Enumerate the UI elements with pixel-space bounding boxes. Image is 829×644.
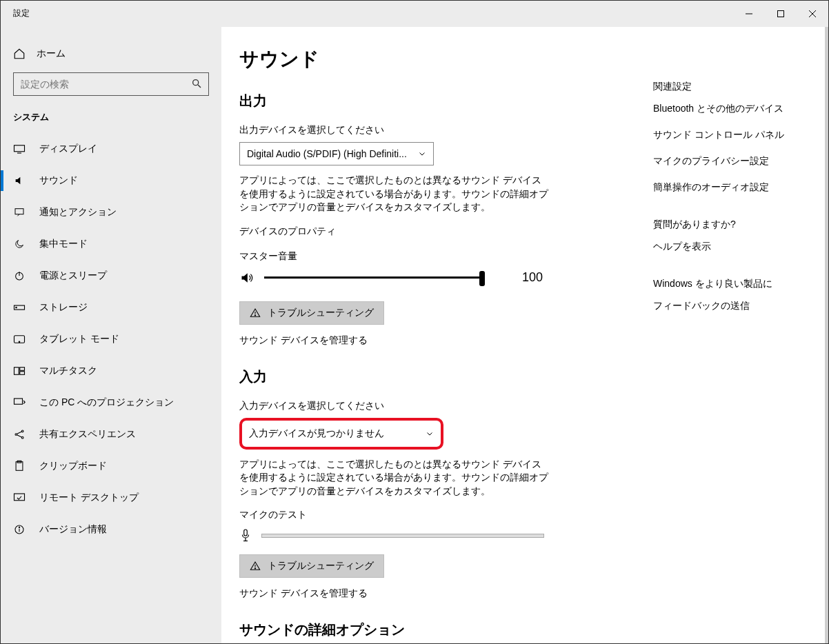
sidebar-item-tablet[interactable]: タブレット モード bbox=[1, 323, 221, 355]
output-device-properties-link[interactable]: デバイスのプロパティ bbox=[239, 225, 626, 238]
input-device-dropdown[interactable]: 入力デバイスが見つかりません bbox=[239, 418, 443, 450]
chevron-down-icon bbox=[418, 150, 426, 158]
titlebar: 設定 bbox=[1, 1, 828, 27]
sidebar-item-notifications[interactable]: 通知とアクション bbox=[1, 197, 221, 228]
question-heading: 質問がありますか? bbox=[653, 219, 810, 231]
help-link[interactable]: ヘルプを表示 bbox=[653, 241, 810, 253]
svg-rect-6 bbox=[14, 145, 25, 152]
output-troubleshoot-button[interactable]: トラブルシューティング bbox=[239, 301, 384, 325]
svg-point-29 bbox=[19, 527, 19, 527]
output-choose-label: 出力デバイスを選択してください bbox=[239, 124, 626, 137]
sidebar-item-sound[interactable]: サウンド bbox=[1, 165, 221, 197]
advanced-heading: サウンドの詳細オプション bbox=[239, 621, 626, 639]
sidebar-item-display[interactable]: ディスプレイ bbox=[1, 133, 221, 165]
power-icon bbox=[13, 270, 26, 282]
moon-icon bbox=[13, 238, 26, 250]
sidebar-item-shared[interactable]: 共有エクスペリエンス bbox=[1, 419, 221, 450]
related-link-bluetooth[interactable]: Bluetooth とその他のデバイス bbox=[653, 103, 810, 115]
svg-line-23 bbox=[17, 435, 22, 437]
microphone-icon bbox=[239, 528, 252, 543]
sidebar-item-label: ディスプレイ bbox=[39, 143, 97, 155]
volume-slider[interactable] bbox=[264, 270, 485, 286]
sound-icon bbox=[13, 174, 26, 187]
related-settings-heading: 関連設定 bbox=[653, 81, 810, 93]
volume-slider-row: 100 bbox=[239, 270, 626, 286]
mic-level-bar bbox=[261, 534, 544, 538]
sidebar-home-label: ホーム bbox=[37, 48, 66, 60]
sidebar-item-about[interactable]: バージョン情報 bbox=[1, 514, 221, 545]
search-input[interactable] bbox=[13, 72, 209, 96]
sidebar-item-storage[interactable]: ストレージ bbox=[1, 292, 221, 323]
sidebar-item-label: この PC へのプロジェクション bbox=[39, 396, 174, 409]
clipboard-icon bbox=[13, 460, 26, 472]
multitask-icon bbox=[13, 365, 26, 377]
sidebar-item-label: ストレージ bbox=[39, 301, 88, 314]
search-wrap bbox=[13, 72, 209, 96]
related-link-mic-privacy[interactable]: マイクのプライバシー設定 bbox=[653, 155, 810, 168]
remote-icon bbox=[13, 492, 26, 504]
sidebar-item-label: 集中モード bbox=[39, 238, 88, 250]
sidebar-item-multitask[interactable]: マルチタスク bbox=[1, 355, 221, 387]
output-device-dropdown[interactable]: Digital Audio (S/PDIF) (High Definiti... bbox=[239, 142, 434, 165]
sidebar-item-power[interactable]: 電源とスリープ bbox=[1, 260, 221, 292]
output-troubleshoot-label: トラブルシューティング bbox=[268, 307, 374, 319]
page-title: サウンド bbox=[239, 46, 626, 72]
window-title: 設定 bbox=[13, 8, 30, 19]
minimize-button[interactable] bbox=[733, 3, 765, 24]
sidebar-item-label: サウンド bbox=[39, 174, 78, 187]
sidebar-item-projection[interactable]: この PC へのプロジェクション bbox=[1, 387, 221, 419]
sidebar-item-focus[interactable]: 集中モード bbox=[1, 228, 221, 260]
output-heading: 出力 bbox=[239, 92, 626, 110]
svg-point-36 bbox=[254, 568, 255, 569]
related-link-ease-audio[interactable]: 簡単操作のオーディオ設定 bbox=[653, 181, 810, 194]
svg-point-4 bbox=[193, 80, 199, 85]
sidebar-item-label: タブレット モード bbox=[39, 333, 119, 345]
svg-rect-32 bbox=[244, 530, 248, 536]
svg-rect-1 bbox=[778, 10, 784, 17]
sidebar-category: システム bbox=[1, 108, 221, 133]
projection-icon bbox=[13, 396, 26, 409]
svg-rect-16 bbox=[20, 368, 25, 371]
related-link-sound-panel[interactable]: サウンド コントロール パネル bbox=[653, 129, 810, 141]
master-volume-label: マスター音量 bbox=[239, 250, 626, 263]
sidebar-item-label: リモート デスクトップ bbox=[39, 492, 139, 504]
maximize-button[interactable] bbox=[765, 3, 797, 24]
feedback-link[interactable]: フィードバックの送信 bbox=[653, 300, 810, 312]
input-manage-link[interactable]: サウンド デバイスを管理する bbox=[239, 587, 626, 600]
sidebar-home[interactable]: ホーム bbox=[1, 41, 221, 67]
svg-point-21 bbox=[21, 436, 23, 439]
sidebar-item-label: マルチタスク bbox=[39, 365, 97, 377]
sidebar-item-label: 共有エクスペリエンス bbox=[39, 428, 136, 441]
close-button[interactable] bbox=[797, 3, 828, 24]
svg-line-22 bbox=[17, 432, 22, 434]
input-troubleshoot-label: トラブルシューティング bbox=[268, 560, 374, 572]
sidebar: ホーム システム ディスプレイ サウンド 通知とアクション 集中モード 電源とス bbox=[1, 27, 221, 643]
info-icon bbox=[13, 523, 26, 536]
input-device-value: 入力デバイスが見つかりません bbox=[249, 427, 384, 440]
sidebar-item-label: バージョン情報 bbox=[39, 523, 107, 536]
output-description: アプリによっては、ここで選択したものとは異なるサウンド デバイスを使用するように… bbox=[239, 174, 550, 214]
scrollbar[interactable] bbox=[825, 27, 828, 643]
volume-value: 100 bbox=[522, 270, 543, 285]
sidebar-item-clipboard[interactable]: クリップボード bbox=[1, 450, 221, 482]
warning-icon bbox=[250, 561, 261, 572]
output-manage-link[interactable]: サウンド デバイスを管理する bbox=[239, 334, 626, 347]
svg-point-12 bbox=[16, 307, 17, 308]
mic-test-label: マイクのテスト bbox=[239, 509, 626, 521]
notifications-icon bbox=[13, 206, 26, 219]
sidebar-item-label: 通知とアクション bbox=[39, 206, 117, 219]
speaker-icon[interactable] bbox=[239, 271, 254, 285]
output-device-value: Digital Audio (S/PDIF) (High Definiti... bbox=[247, 148, 407, 159]
input-troubleshoot-button[interactable]: トラブルシューティング bbox=[239, 554, 384, 578]
svg-rect-18 bbox=[14, 399, 23, 404]
share-icon bbox=[13, 428, 26, 441]
svg-rect-26 bbox=[14, 494, 25, 501]
sidebar-item-remote[interactable]: リモート デスクトップ bbox=[1, 482, 221, 514]
svg-point-20 bbox=[21, 430, 23, 432]
right-column: 関連設定 Bluetooth とその他のデバイス サウンド コントロール パネル… bbox=[653, 46, 810, 643]
window-controls bbox=[733, 3, 828, 24]
input-choose-label: 入力デバイスを選択してください bbox=[239, 400, 626, 412]
sidebar-item-label: クリップボード bbox=[39, 460, 107, 472]
storage-icon bbox=[13, 301, 26, 314]
svg-line-5 bbox=[198, 85, 201, 88]
